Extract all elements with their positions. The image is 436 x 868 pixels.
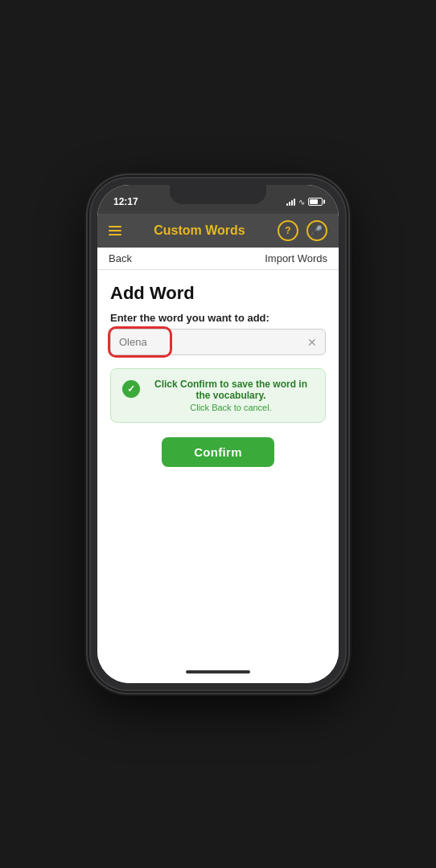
success-text-block: Click Confirm to save the word in the vo… bbox=[148, 379, 314, 412]
header-icons: ? 🎤 bbox=[278, 220, 327, 241]
home-bar bbox=[186, 670, 250, 674]
app-header: Custom Words ? 🎤 bbox=[97, 214, 339, 248]
status-time: 12:17 bbox=[113, 196, 138, 207]
clear-input-button[interactable]: ✕ bbox=[299, 331, 325, 354]
page-title: Add Word bbox=[110, 283, 326, 304]
help-button[interactable]: ? bbox=[278, 220, 298, 241]
header-title: Custom Words bbox=[154, 223, 245, 238]
back-button[interactable]: Back bbox=[109, 252, 132, 264]
signal-icon bbox=[286, 198, 295, 206]
hamburger-line-1 bbox=[109, 226, 121, 227]
confirm-button[interactable]: Confirm bbox=[162, 437, 274, 467]
checkmark-icon: ✓ bbox=[127, 383, 135, 395]
success-message-box: ✓ Click Confirm to save the word in the … bbox=[110, 368, 326, 423]
status-icons: ∿ bbox=[286, 198, 323, 207]
mic-icon: 🎤 bbox=[311, 225, 323, 236]
content-area: Add Word Enter the word you want to add:… bbox=[97, 270, 339, 661]
mic-button[interactable]: 🎤 bbox=[306, 220, 327, 241]
word-input-row: ✕ bbox=[110, 329, 326, 355]
help-icon: ? bbox=[285, 225, 290, 236]
import-words-button[interactable]: Import Words bbox=[265, 252, 327, 264]
notch bbox=[170, 185, 266, 204]
input-label: Enter the word you want to add: bbox=[110, 312, 326, 324]
home-indicator bbox=[97, 661, 339, 683]
battery-fill bbox=[310, 199, 318, 204]
hamburger-line-2 bbox=[109, 230, 121, 231]
success-main-text: Click Confirm to save the word in the vo… bbox=[148, 379, 314, 401]
screen: 12:17 ∿ Custom Words bbox=[97, 185, 339, 683]
hamburger-line-3 bbox=[109, 234, 121, 235]
battery-icon bbox=[308, 198, 323, 206]
phone-frame: 12:17 ∿ Custom Words bbox=[89, 177, 347, 691]
hamburger-icon[interactable] bbox=[109, 226, 121, 235]
wifi-icon: ∿ bbox=[298, 198, 305, 207]
success-sub-text: Click Back to cancel. bbox=[148, 403, 314, 412]
word-input[interactable] bbox=[111, 330, 299, 354]
success-icon: ✓ bbox=[122, 380, 140, 398]
nav-bar: Back Import Words bbox=[97, 248, 339, 270]
